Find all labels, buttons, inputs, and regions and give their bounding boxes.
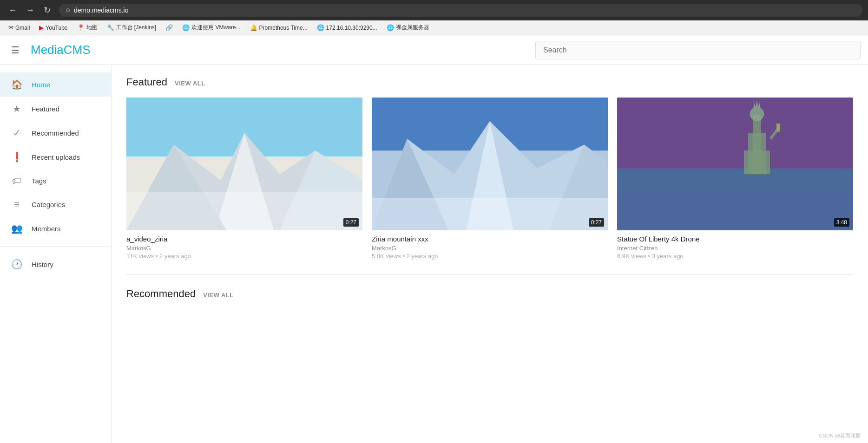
menu-button[interactable]: ☰ xyxy=(7,41,23,59)
sidebar-item-recent-uploads[interactable]: ❗ Recent uploads xyxy=(0,145,111,169)
sidebar-divider xyxy=(0,246,111,247)
vmware-icon: 🌐 xyxy=(182,24,190,31)
sidebar-item-recommended[interactable]: ✓ Recommended xyxy=(0,121,111,145)
bookmarks-bar: ✉ Gmail ▶ YouTube 📍 地图 🔧 工作台 [Jenkins] 🔗… xyxy=(0,20,868,35)
svg-point-19 xyxy=(750,107,764,121)
main-content: Featured VIEW ALL xyxy=(112,65,868,443)
sidebar-label-recommended: Recommended xyxy=(32,129,79,137)
search-bar xyxy=(535,41,861,59)
gmail-icon: ✉ xyxy=(8,24,13,31)
video-card-2[interactable]: 0:27 Ziria mountain xxx MarkosG 5.8K vie… xyxy=(372,98,608,260)
svg-rect-13 xyxy=(372,198,608,230)
video-age-3: 3 years ago xyxy=(652,253,684,260)
video-meta-2: 5.8K views • 2 years ago xyxy=(372,253,608,260)
prometheus-icon: 🔔 xyxy=(250,24,257,31)
video-views-2: 5.8K views xyxy=(372,253,401,260)
bookmark-ip1[interactable]: 🌐 172.16.10.30:9290... xyxy=(313,23,381,33)
sidebar-item-home[interactable]: 🏠 Home xyxy=(0,72,111,97)
reload-button[interactable]: ↻ xyxy=(41,4,53,16)
history-icon: 🕐 xyxy=(11,259,22,270)
bookmark-jenkins-label: 工作台 [Jenkins] xyxy=(116,24,157,32)
video-duration-3: 3:48 xyxy=(834,218,849,227)
sidebar-item-members[interactable]: 👥 Members xyxy=(0,216,111,241)
video-age-2: 2 years ago xyxy=(407,253,438,260)
featured-view-all-button[interactable]: VIEW ALL xyxy=(175,80,205,87)
search-input[interactable] xyxy=(535,41,861,59)
address-bar[interactable]: ⊙ demo.mediacms.io xyxy=(59,4,862,17)
bookmark-prometheus[interactable]: 🔔 Prometheus Time... xyxy=(246,23,311,33)
recommended-section-header: Recommended VIEW ALL xyxy=(126,288,853,300)
home-icon: 🏠 xyxy=(11,79,22,90)
jenkins-icon: 🔧 xyxy=(107,24,114,31)
bookmark-bare-metal-label: 裸金属服务器 xyxy=(396,24,429,32)
video-thumbnail-2: 0:27 xyxy=(372,98,608,230)
video-age-1: 2 years ago xyxy=(159,253,191,260)
bookmark-gmail[interactable]: ✉ Gmail xyxy=(5,23,33,33)
recommended-view-all-button[interactable]: VIEW ALL xyxy=(203,292,234,299)
bare-metal-icon: 🌐 xyxy=(387,24,394,31)
video-meta-1: 11K views • 2 years ago xyxy=(126,253,362,260)
sidebar-item-featured[interactable]: ★ Featured xyxy=(0,97,111,121)
thumb-inner-3 xyxy=(617,98,853,230)
bookmark-vmware-label: 欢迎使用 VMware... xyxy=(191,24,240,32)
logo-text: Media xyxy=(31,43,64,57)
thumb-inner-2 xyxy=(372,98,608,230)
link-icon: 🔗 xyxy=(165,24,173,31)
bookmark-jenkins[interactable]: 🔧 工作台 [Jenkins] xyxy=(103,22,160,33)
tags-icon: 🏷 xyxy=(11,176,22,186)
sidebar-label-history: History xyxy=(32,261,53,268)
sidebar-label-members: Members xyxy=(32,225,61,233)
svg-rect-6 xyxy=(126,192,362,230)
video-title-1: a_video_ziria xyxy=(126,235,362,243)
bookmark-vmware[interactable]: 🌐 欢迎使用 VMware... xyxy=(178,22,244,33)
youtube-icon: ▶ xyxy=(39,24,44,31)
svg-rect-18 xyxy=(744,150,770,174)
sidebar-item-categories[interactable]: ≡ Categories xyxy=(0,193,111,216)
back-button[interactable]: ← xyxy=(6,5,20,16)
sidebar-item-tags[interactable]: 🏷 Tags xyxy=(0,169,111,193)
video-separator-1: • xyxy=(156,253,159,260)
forward-button[interactable]: → xyxy=(23,5,37,16)
logo[interactable]: MediaCMS xyxy=(31,43,91,57)
bookmark-prometheus-label: Prometheus Time... xyxy=(259,25,308,31)
main-layout: 🏠 Home ★ Featured ✓ Recommended ❗ Recent… xyxy=(0,65,868,443)
browser-chrome: ← → ↻ ⊙ demo.mediacms.io xyxy=(0,0,868,20)
bookmark-gmail-label: Gmail xyxy=(15,25,30,31)
browser-nav-buttons: ← → ↻ xyxy=(6,4,53,16)
url-text: demo.mediacms.io xyxy=(74,7,129,14)
recommended-icon: ✓ xyxy=(11,127,22,138)
bookmark-maps[interactable]: 📍 地图 xyxy=(73,22,101,33)
sidebar-label-tags: Tags xyxy=(32,177,46,185)
bookmark-maps-label: 地图 xyxy=(86,24,98,32)
video-author-3: Internet Citizen xyxy=(617,245,853,252)
bookmark-bare-metal[interactable]: 🌐 裸金属服务器 xyxy=(383,22,433,33)
bookmark-ip1-label: 172.16.10.30:9290... xyxy=(326,25,377,31)
bookmark-youtube-label: YouTube xyxy=(46,25,67,31)
svg-rect-24 xyxy=(776,124,780,132)
video-thumbnail-1: 0:27 xyxy=(126,98,362,230)
categories-icon: ≡ xyxy=(11,199,22,210)
sidebar: 🏠 Home ★ Featured ✓ Recommended ❗ Recent… xyxy=(0,65,112,443)
bookmark-youtube[interactable]: ▶ YouTube xyxy=(35,23,71,33)
bookmark-link[interactable]: 🔗 xyxy=(162,23,177,33)
video-separator-2: • xyxy=(403,253,407,260)
watermark: CSDN @莫雨浅夏 xyxy=(819,432,861,439)
video-title-2: Ziria mountain xxx xyxy=(372,235,608,243)
video-duration-2: 0:27 xyxy=(589,218,604,227)
recent-uploads-icon: ❗ xyxy=(11,151,22,163)
video-card-1[interactable]: 0:27 a_video_ziria MarkosG 11K views • 2… xyxy=(126,98,362,260)
video-author-2: MarkosG xyxy=(372,245,608,252)
featured-video-grid: 0:27 a_video_ziria MarkosG 11K views • 2… xyxy=(126,98,853,260)
featured-section-header: Featured VIEW ALL xyxy=(126,76,853,88)
video-separator-3: • xyxy=(648,253,652,260)
sidebar-label-categories: Categories xyxy=(32,201,66,208)
site-icon: ⊙ xyxy=(66,7,70,13)
video-author-1: MarkosG xyxy=(126,245,362,252)
sidebar-label-featured: Featured xyxy=(32,105,59,113)
featured-title: Featured xyxy=(126,76,167,88)
sidebar-item-history[interactable]: 🕐 History xyxy=(0,252,111,276)
video-views-1: 11K views xyxy=(126,253,154,260)
recommended-title: Recommended xyxy=(126,288,196,300)
video-card-3[interactable]: 3:48 Statue Of Liberty 4k Drone Internet… xyxy=(617,98,853,260)
sidebar-label-home: Home xyxy=(32,81,50,89)
